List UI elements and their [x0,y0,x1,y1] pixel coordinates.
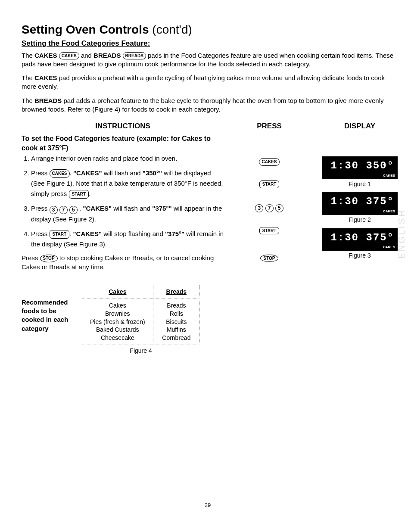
press-cakes-icon: CAKES [259,158,279,166]
foods-table: Cakes Breads Cakes Brownies Pies (fresh … [82,285,200,345]
press-start-icon: START [259,180,280,188]
figure-2-caption: Figure 2 [314,216,405,224]
breads-pad-icon: BREADS [123,52,146,60]
stop-pad-icon: STOP [40,255,58,262]
cakes-pad-icon: CAKES [50,169,70,178]
page-number: 29 [22,501,394,509]
figure-3-caption: Figure 3 [314,252,405,260]
press-column: PRESS CAKES START 3 7 5 START STOP [228,121,310,277]
digit-5-icon: 5 [69,206,78,214]
step-2: Press CAKES. "CAKES" will flash and "350… [31,168,224,199]
breads-header: Breads [153,285,199,299]
intro-paragraph-3: The BREADS pad adds a preheat feature to… [22,96,394,114]
cakes-items: Cakes Brownies Pies (fresh & frozen) Bak… [82,299,153,345]
instructions-column: INSTRUCTIONS To set the Food Categories … [22,121,224,277]
press-stop-icon: STOP [260,255,278,262]
recommended-label: Recommended foods to be cooked in each c… [22,285,73,333]
cakes-pad-icon: CAKES [59,52,79,60]
press-start-icon: START [259,227,280,235]
display-figure-3: 1:30 375°CAKES [322,228,398,251]
cakes-header: Cakes [82,285,153,299]
instructions-header: INSTRUCTIONS [22,121,224,131]
step-3: Press 3 7 5 . "CAKES" will flash and "37… [31,203,224,224]
section-subtitle: Setting the Food Categories Feature: [22,39,394,49]
figure-4-caption: Figure 4 [82,347,200,355]
side-language-label: ENGLISH [396,209,408,259]
page-title: Setting Oven Controls (cont'd) [22,22,394,38]
figure-1-caption: Figure 1 [314,180,405,188]
digit-3-icon: 3 [50,206,58,214]
digit-7-icon: 7 [59,206,68,214]
intro-paragraph-1: The CAKES CAKES and BREADS BREADS pads i… [22,51,394,69]
display-figure-1: 1:30 350°CAKES [322,156,398,179]
intro-paragraph-2: The CAKES pad provides a preheat with a … [22,74,394,91]
step-1: Arrange interior oven racks and place fo… [31,153,224,164]
press-digit-7-icon: 7 [265,204,274,212]
press-digit-3-icon: 3 [255,204,263,212]
title-bold: Setting Oven Controls [22,23,149,36]
display-header: DISPLAY [314,121,405,131]
press-header: PRESS [228,121,310,131]
start-pad-icon: START [69,190,89,199]
stop-note: Press STOP to stop cooking Cakes or Brea… [22,254,224,271]
steps-list: Arrange interior oven racks and place fo… [22,153,224,249]
press-digit-5-icon: 5 [275,204,283,212]
title-cont: (cont'd) [149,23,192,36]
display-column: DISPLAY 1:30 350°CAKES Figure 1 1:30 375… [314,121,405,277]
breads-items: Breads Rolls Biscuits Muffins Cornbread [153,299,199,345]
display-figure-2: 1:30 375°CAKES [322,192,398,215]
foods-table-wrap: Recommended foods to be cooked in each c… [22,285,394,355]
example-heading: To set the Food Categories feature (exam… [22,134,224,152]
start-pad-icon: START [50,230,70,239]
step-4: Press START. "CAKES" will stop flashing … [31,229,224,249]
